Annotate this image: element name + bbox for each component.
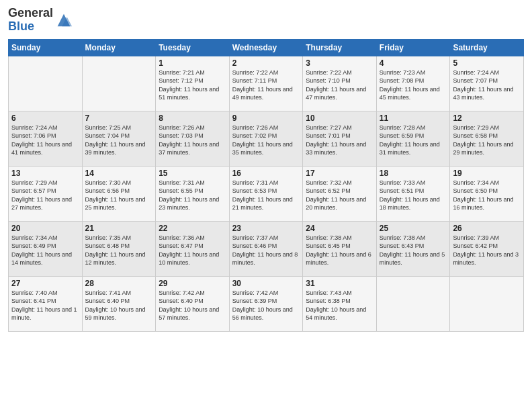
day-header-sunday: Sunday xyxy=(9,39,83,56)
day-number: 5 xyxy=(453,58,521,68)
calendar-cell: 1Sunrise: 7:21 AMSunset: 7:12 PMDaylight… xyxy=(156,56,230,111)
header: General Blue xyxy=(8,7,524,34)
day-info: Sunrise: 7:21 AMSunset: 7:12 PMDaylight:… xyxy=(159,68,226,102)
day-number: 3 xyxy=(306,58,373,68)
calendar-cell: 29Sunrise: 7:42 AMSunset: 6:40 PMDayligh… xyxy=(156,276,230,331)
calendar-cell: 16Sunrise: 7:31 AMSunset: 6:53 PMDayligh… xyxy=(229,166,303,221)
calendar-cell: 27Sunrise: 7:40 AMSunset: 6:41 PMDayligh… xyxy=(9,276,83,331)
day-number: 29 xyxy=(159,279,226,288)
calendar-cell: 22Sunrise: 7:36 AMSunset: 6:47 PMDayligh… xyxy=(156,221,230,276)
calendar-cell: 25Sunrise: 7:38 AMSunset: 6:43 PMDayligh… xyxy=(376,221,450,276)
calendar-table: SundayMondayTuesdayWednesdayThursdayFrid… xyxy=(8,39,524,332)
calendar-cell: 19Sunrise: 7:34 AMSunset: 6:50 PMDayligh… xyxy=(450,166,524,221)
logo-general: General xyxy=(8,6,53,19)
day-header-tuesday: Tuesday xyxy=(156,39,230,56)
calendar-header-row: SundayMondayTuesdayWednesdayThursdayFrid… xyxy=(9,39,524,56)
day-number: 15 xyxy=(159,169,226,178)
calendar-cell: 3Sunrise: 7:22 AMSunset: 7:10 PMDaylight… xyxy=(303,56,377,111)
day-info: Sunrise: 7:22 AMSunset: 7:10 PMDaylight:… xyxy=(306,68,373,102)
day-number: 24 xyxy=(306,224,373,233)
calendar-cell: 26Sunrise: 7:39 AMSunset: 6:42 PMDayligh… xyxy=(450,221,524,276)
logo-text: General Blue xyxy=(8,7,53,34)
day-info: Sunrise: 7:22 AMSunset: 7:11 PMDaylight:… xyxy=(232,68,300,102)
calendar-body: 1Sunrise: 7:21 AMSunset: 7:12 PMDaylight… xyxy=(9,56,524,331)
day-info: Sunrise: 7:30 AMSunset: 6:56 PMDaylight:… xyxy=(85,179,153,212)
day-number: 26 xyxy=(453,224,521,233)
day-info: Sunrise: 7:33 AMSunset: 6:51 PMDaylight:… xyxy=(380,179,447,212)
calendar-cell: 9Sunrise: 7:26 AMSunset: 7:02 PMDaylight… xyxy=(229,111,303,166)
day-info: Sunrise: 7:28 AMSunset: 6:59 PMDaylight:… xyxy=(380,124,447,157)
day-info: Sunrise: 7:39 AMSunset: 6:42 PMDaylight:… xyxy=(453,234,521,267)
day-info: Sunrise: 7:34 AMSunset: 6:49 PMDaylight:… xyxy=(11,234,79,267)
day-info: Sunrise: 7:36 AMSunset: 6:47 PMDaylight:… xyxy=(159,234,226,267)
day-number: 4 xyxy=(380,58,447,68)
calendar-cell xyxy=(9,56,83,111)
day-info: Sunrise: 7:24 AMSunset: 7:06 PMDaylight:… xyxy=(11,124,79,157)
week-row-1: 1Sunrise: 7:21 AMSunset: 7:12 PMDaylight… xyxy=(9,56,524,111)
day-number: 11 xyxy=(380,113,447,123)
calendar-cell xyxy=(376,276,450,331)
calendar-cell: 31Sunrise: 7:43 AMSunset: 6:38 PMDayligh… xyxy=(303,276,377,331)
calendar-cell: 30Sunrise: 7:42 AMSunset: 6:39 PMDayligh… xyxy=(229,276,303,331)
day-number: 6 xyxy=(11,113,79,123)
day-number: 9 xyxy=(232,113,300,123)
day-info: Sunrise: 7:43 AMSunset: 6:38 PMDaylight:… xyxy=(306,289,373,322)
calendar-cell: 15Sunrise: 7:31 AMSunset: 6:55 PMDayligh… xyxy=(156,166,230,221)
week-row-5: 27Sunrise: 7:40 AMSunset: 6:41 PMDayligh… xyxy=(9,276,524,331)
calendar-cell: 6Sunrise: 7:24 AMSunset: 7:06 PMDaylight… xyxy=(9,111,83,166)
day-number: 16 xyxy=(232,169,300,178)
day-info: Sunrise: 7:42 AMSunset: 6:40 PMDaylight:… xyxy=(159,289,226,322)
day-number: 19 xyxy=(453,169,521,178)
day-number: 10 xyxy=(306,113,373,123)
calendar-cell: 17Sunrise: 7:32 AMSunset: 6:52 PMDayligh… xyxy=(303,166,377,221)
day-header-monday: Monday xyxy=(82,39,156,56)
calendar-cell xyxy=(450,276,524,331)
day-info: Sunrise: 7:23 AMSunset: 7:08 PMDaylight:… xyxy=(380,68,447,102)
day-number: 31 xyxy=(306,279,373,288)
day-info: Sunrise: 7:31 AMSunset: 6:55 PMDaylight:… xyxy=(159,179,226,212)
day-info: Sunrise: 7:38 AMSunset: 6:43 PMDaylight:… xyxy=(380,234,447,267)
week-row-4: 20Sunrise: 7:34 AMSunset: 6:49 PMDayligh… xyxy=(9,221,524,276)
day-number: 12 xyxy=(453,113,521,123)
calendar-cell: 14Sunrise: 7:30 AMSunset: 6:56 PMDayligh… xyxy=(82,166,156,221)
day-header-saturday: Saturday xyxy=(450,39,524,56)
day-info: Sunrise: 7:24 AMSunset: 7:07 PMDaylight:… xyxy=(453,68,521,102)
day-number: 20 xyxy=(11,224,79,233)
logo-icon xyxy=(54,11,73,30)
calendar-cell: 28Sunrise: 7:41 AMSunset: 6:40 PMDayligh… xyxy=(82,276,156,331)
day-info: Sunrise: 7:25 AMSunset: 7:04 PMDaylight:… xyxy=(85,124,153,157)
calendar-cell: 20Sunrise: 7:34 AMSunset: 6:49 PMDayligh… xyxy=(9,221,83,276)
day-info: Sunrise: 7:31 AMSunset: 6:53 PMDaylight:… xyxy=(232,179,300,212)
day-info: Sunrise: 7:27 AMSunset: 7:01 PMDaylight:… xyxy=(306,124,373,157)
day-number: 13 xyxy=(11,169,79,178)
main-container: General Blue SundayMondayTuesdayWednesda… xyxy=(0,0,532,338)
day-info: Sunrise: 7:26 AMSunset: 7:02 PMDaylight:… xyxy=(232,124,300,157)
week-row-3: 13Sunrise: 7:29 AMSunset: 6:57 PMDayligh… xyxy=(9,166,524,221)
calendar-cell: 24Sunrise: 7:38 AMSunset: 6:45 PMDayligh… xyxy=(303,221,377,276)
day-number: 30 xyxy=(232,279,300,288)
logo: General Blue xyxy=(8,7,73,34)
day-number: 14 xyxy=(85,169,153,178)
day-number: 18 xyxy=(380,169,447,178)
calendar-cell: 21Sunrise: 7:35 AMSunset: 6:48 PMDayligh… xyxy=(82,221,156,276)
day-info: Sunrise: 7:37 AMSunset: 6:46 PMDaylight:… xyxy=(232,234,300,267)
day-number: 17 xyxy=(306,169,373,178)
logo-blue: Blue xyxy=(8,19,34,33)
day-info: Sunrise: 7:40 AMSunset: 6:41 PMDaylight:… xyxy=(11,289,79,322)
day-header-wednesday: Wednesday xyxy=(229,39,303,56)
day-number: 28 xyxy=(85,279,153,288)
day-number: 25 xyxy=(380,224,447,233)
day-number: 1 xyxy=(159,58,226,68)
day-number: 21 xyxy=(85,224,153,233)
day-number: 2 xyxy=(232,58,300,68)
calendar-cell: 5Sunrise: 7:24 AMSunset: 7:07 PMDaylight… xyxy=(450,56,524,111)
day-info: Sunrise: 7:34 AMSunset: 6:50 PMDaylight:… xyxy=(453,179,521,212)
calendar-cell: 13Sunrise: 7:29 AMSunset: 6:57 PMDayligh… xyxy=(9,166,83,221)
calendar-cell: 11Sunrise: 7:28 AMSunset: 6:59 PMDayligh… xyxy=(376,111,450,166)
day-info: Sunrise: 7:38 AMSunset: 6:45 PMDaylight:… xyxy=(306,234,373,267)
calendar-cell xyxy=(82,56,156,111)
day-number: 27 xyxy=(11,279,79,288)
day-info: Sunrise: 7:29 AMSunset: 6:57 PMDaylight:… xyxy=(11,179,79,212)
calendar-cell: 2Sunrise: 7:22 AMSunset: 7:11 PMDaylight… xyxy=(229,56,303,111)
calendar-cell: 23Sunrise: 7:37 AMSunset: 6:46 PMDayligh… xyxy=(229,221,303,276)
